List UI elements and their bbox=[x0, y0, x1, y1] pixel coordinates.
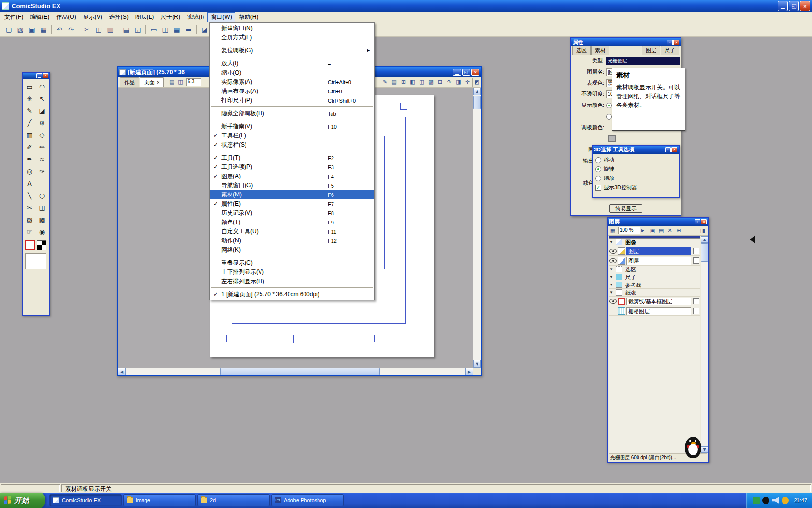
copy-icon[interactable]: ◫ bbox=[93, 24, 104, 35]
frame-icon[interactable]: ◫ bbox=[417, 78, 426, 87]
scroll-up-icon[interactable]: ▲ bbox=[701, 236, 708, 243]
start-button[interactable]: 开始 bbox=[0, 493, 45, 508]
input-method-icon[interactable] bbox=[753, 497, 760, 504]
visibility-eye-icon[interactable] bbox=[609, 258, 617, 263]
tab-material[interactable]: 素材 bbox=[591, 46, 609, 55]
doc-close-button[interactable]: × bbox=[471, 69, 479, 76]
menu-item[interactable]: 满画布显示(A) Ctrl+0 bbox=[210, 87, 374, 96]
layer-option-icon[interactable] bbox=[693, 257, 699, 264]
vertical-scrollbar[interactable]: ▲ ▼ bbox=[473, 88, 481, 368]
layer-row[interactable]: ▼ 参考线 bbox=[609, 281, 700, 289]
menubar-item[interactable]: 文件(F) bbox=[1, 12, 27, 22]
pattern-tool-icon[interactable]: ▧ bbox=[23, 213, 36, 225]
scroll-up-icon[interactable]: ▲ bbox=[473, 88, 481, 95]
menu-item[interactable]: 隐藏全部调板(H) Tab bbox=[210, 109, 374, 118]
scrollbar-thumb[interactable] bbox=[473, 96, 481, 109]
layer-row[interactable]: ▼ 纸张 bbox=[609, 289, 700, 297]
menu-item[interactable]: 打印尺寸(P) Ctrl+Shift+0 bbox=[210, 96, 374, 105]
menubar-item[interactable]: 选择(S) bbox=[106, 12, 132, 22]
visibility-eye-icon[interactable] bbox=[609, 249, 617, 254]
menu-item[interactable]: 工具(T) F2 bbox=[210, 153, 374, 163]
visibility-eye-icon[interactable] bbox=[609, 299, 617, 304]
shape-tool-icon[interactable]: ◇ bbox=[36, 129, 48, 141]
volume-icon[interactable] bbox=[772, 497, 779, 504]
menu-item[interactable]: 新建窗口(N) bbox=[210, 24, 374, 33]
line-tool-icon[interactable]: ╲ bbox=[23, 189, 36, 201]
expand-arrow-icon[interactable]: ▼ bbox=[609, 275, 614, 279]
panel-cutter-tool-icon[interactable]: ◫ bbox=[36, 201, 48, 213]
panel-collapse-button[interactable]: ▫ bbox=[667, 40, 673, 45]
menu-item[interactable]: 新手指南(V) F10 bbox=[210, 122, 374, 131]
hand-tool-icon[interactable]: ☞ bbox=[23, 225, 36, 238]
palette-color-swatch[interactable] bbox=[608, 135, 616, 142]
layer-row[interactable]: ▼ 选区 bbox=[609, 266, 700, 273]
page-list-icon[interactable]: ▤ bbox=[167, 78, 176, 87]
properties-titlebar[interactable]: 属性 ▫ × bbox=[571, 38, 681, 46]
zoom-tool-icon[interactable]: ◉ bbox=[36, 225, 48, 238]
tab-ruler[interactable]: 尺子 bbox=[661, 46, 679, 55]
compass-tool-icon[interactable]: ◎ bbox=[23, 165, 36, 177]
radio-option[interactable]: 移动 bbox=[595, 155, 676, 164]
display-color-radio[interactable] bbox=[606, 103, 612, 108]
menu-item[interactable]: 缩小(O) - bbox=[210, 68, 374, 77]
layer-row[interactable]: ▼ 图层 bbox=[609, 246, 700, 256]
minimize-button[interactable]: ▁ bbox=[778, 1, 788, 11]
menubar-item[interactable]: 作品(O) bbox=[53, 12, 79, 22]
menubar-item[interactable]: 滤镜(I) bbox=[184, 12, 207, 22]
tab-page[interactable]: 页面× bbox=[140, 77, 164, 87]
menubar-item[interactable]: 图层(L) bbox=[132, 12, 158, 22]
doc-minimize-button[interactable]: ▁ bbox=[453, 69, 461, 76]
foreground-color-swatch[interactable] bbox=[25, 240, 35, 250]
facing-pages-view-icon[interactable]: ◫ bbox=[160, 24, 171, 35]
layer-row[interactable]: ▼ 图像 bbox=[609, 239, 700, 246]
airbrush-tool-icon[interactable]: ≈ bbox=[36, 153, 48, 165]
pen-tool-icon[interactable]: ✒ bbox=[23, 153, 36, 165]
selection-eraser-tool-icon[interactable]: ◪ bbox=[36, 105, 48, 117]
panel-collapse-button[interactable]: ▫ bbox=[665, 147, 671, 152]
convert-layer-icon[interactable]: ⊞ bbox=[674, 226, 683, 235]
antivirus-icon[interactable] bbox=[782, 497, 789, 504]
checkbox-option[interactable]: ✓ 显示3D控制器 bbox=[595, 183, 676, 192]
story-view-icon[interactable]: ▬ bbox=[183, 24, 194, 35]
material-palette-icon[interactable]: ◪ bbox=[199, 24, 210, 35]
layer-row[interactable]: ▼ 栅格图层 bbox=[609, 306, 700, 316]
menu-item[interactable]: 左右排列显示(H) bbox=[210, 277, 374, 286]
save-icon[interactable]: ▣ bbox=[26, 24, 38, 35]
new-folder-icon[interactable]: ▤ bbox=[657, 226, 666, 235]
brush-tool-icon[interactable]: ✑ bbox=[36, 165, 48, 177]
expand-arrow-icon[interactable]: ▼ bbox=[609, 290, 614, 295]
object-select-tool-icon[interactable]: ↖ bbox=[36, 92, 48, 105]
dock-collapse-arrow[interactable] bbox=[750, 235, 755, 244]
menu-item[interactable]: 自定义工具(U) F11 bbox=[210, 227, 374, 236]
tool-options-titlebar[interactable]: 3D选择 工具选项 ▫ × bbox=[593, 146, 679, 154]
layer-row[interactable]: ▼ 尺子 bbox=[609, 273, 700, 281]
menu-item[interactable]: 上下排列显示(V) bbox=[210, 268, 374, 277]
panel-menu-icon[interactable]: ◨ bbox=[698, 226, 707, 235]
type-combobox[interactable]: 光栅图层 bbox=[606, 57, 680, 65]
layer-option-icon[interactable] bbox=[693, 308, 699, 314]
scissors-tool-icon[interactable]: ✂ bbox=[23, 201, 36, 213]
open-icon[interactable]: ▧ bbox=[14, 24, 26, 35]
tab-works[interactable]: 作品 bbox=[120, 77, 139, 87]
new-layer-icon[interactable]: ▣ bbox=[648, 226, 657, 235]
snap-icon[interactable]: ⊡ bbox=[435, 78, 445, 87]
menu-item[interactable]: 全屏方式(F) bbox=[210, 33, 374, 42]
menu-item[interactable]: 图层(A) F4 bbox=[210, 172, 374, 181]
crosshair-icon[interactable]: ✛ bbox=[463, 78, 472, 87]
panel-close-button[interactable]: × bbox=[701, 219, 707, 224]
delete-layer-icon[interactable]: ✕ bbox=[666, 226, 674, 235]
toolbox-close-button[interactable]: × bbox=[43, 73, 48, 78]
thumbnail-view-icon[interactable]: ▦ bbox=[171, 24, 183, 35]
pattern-color-swatch[interactable] bbox=[37, 240, 46, 250]
tone-icon[interactable]: ▨ bbox=[426, 78, 435, 87]
layers-titlebar[interactable]: 图层 ▫ × bbox=[608, 218, 708, 226]
menu-item[interactable]: 实际像素(A) Ctrl+Alt+0 bbox=[210, 77, 374, 87]
layer-option-icon[interactable] bbox=[693, 248, 699, 254]
expand-arrow-icon[interactable]: ▼ bbox=[609, 267, 614, 271]
guide-icon[interactable]: ◧ bbox=[408, 78, 417, 87]
ellipse-tool-icon[interactable]: ○ bbox=[36, 189, 48, 201]
layer-option-icon[interactable] bbox=[693, 298, 699, 304]
marquee-tool-icon[interactable]: ▭ bbox=[23, 80, 36, 92]
scroll-down-icon[interactable]: ▼ bbox=[473, 360, 481, 368]
tab-close-icon[interactable]: × bbox=[157, 79, 160, 85]
